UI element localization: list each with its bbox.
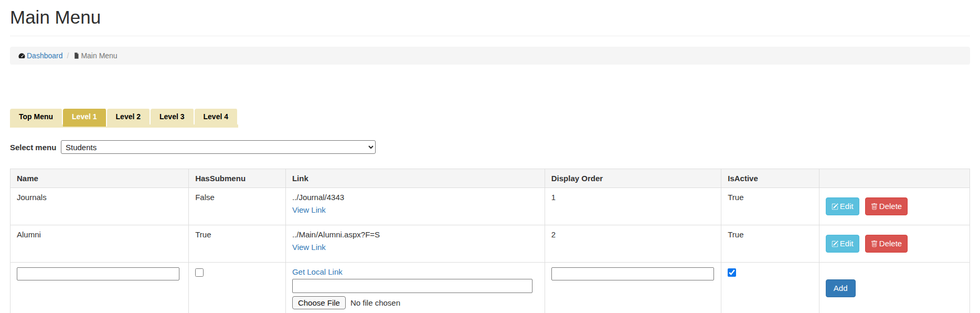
cell-display-order: 1	[545, 188, 721, 225]
table-row: Journals False ../Journal/4343 View Link…	[10, 188, 970, 225]
edit-icon	[832, 203, 838, 210]
column-header-actions	[819, 169, 970, 188]
edit-button-label: Edit	[840, 201, 854, 212]
add-display-order-input[interactable]	[551, 267, 714, 280]
view-link[interactable]: View Link	[292, 243, 326, 252]
breadcrumb: Dashboard / Main Menu	[10, 47, 970, 65]
add-hassubmenu-checkbox[interactable]	[195, 268, 204, 277]
cell-hassubmenu: False	[189, 188, 286, 225]
tab-level-2[interactable]: Level 2	[107, 109, 151, 124]
cell-name: Alumni	[10, 225, 189, 263]
add-cell-link: Get Local Link Choose File No file chose…	[285, 263, 545, 313]
select-menu-row: Select menu Students	[10, 140, 970, 154]
dashboard-icon	[18, 52, 26, 60]
cell-link: ../Journal/4343 View Link	[285, 188, 545, 225]
title-divider	[10, 36, 970, 36]
column-header-hassubmenu: HasSubmenu	[189, 169, 286, 188]
add-cell-display-order	[545, 263, 721, 313]
trash-icon	[871, 203, 878, 210]
breadcrumb-dashboard-link[interactable]: Dashboard	[18, 51, 63, 60]
cell-actions: Edit Delete	[819, 188, 970, 225]
edit-button[interactable]: Edit	[826, 235, 859, 253]
add-name-input[interactable]	[17, 267, 179, 280]
delete-button[interactable]: Delete	[865, 197, 908, 215]
breadcrumb-dashboard-label: Dashboard	[27, 51, 63, 60]
delete-button-label: Delete	[879, 201, 902, 212]
link-url: ../Main/Alumni.aspx?F=S	[292, 230, 380, 239]
delete-button[interactable]: Delete	[865, 235, 908, 253]
add-cell-name	[10, 263, 189, 313]
select-menu-label: Select menu	[10, 143, 61, 152]
add-cell-isactive	[721, 263, 819, 313]
delete-button-label: Delete	[879, 238, 902, 249]
add-cell-hassubmenu	[189, 263, 286, 313]
add-cell-actions: Add	[819, 263, 970, 313]
column-header-link: Link	[285, 169, 545, 188]
page-container: Main Menu Dashboard / Main Menu Top Menu…	[0, 6, 980, 313]
cell-hassubmenu: True	[189, 225, 286, 263]
breadcrumb-current: Main Menu	[73, 51, 117, 60]
cell-isactive: True	[721, 188, 819, 225]
cell-display-order: 2	[545, 225, 721, 263]
table-header-row: Name HasSubmenu Link Display Order IsAct…	[10, 169, 970, 188]
page-title: Main Menu	[10, 6, 970, 28]
tab-level-1[interactable]: Level 1	[63, 109, 106, 127]
breadcrumb-current-label: Main Menu	[81, 51, 117, 60]
link-url: ../Journal/4343	[292, 193, 344, 202]
cell-name: Journals	[10, 188, 189, 225]
edit-button-label: Edit	[840, 238, 854, 249]
add-row: Get Local Link Choose File No file chose…	[10, 263, 970, 313]
cell-isactive: True	[721, 225, 819, 263]
tab-level-4[interactable]: Level 4	[195, 109, 238, 124]
column-header-isactive: IsActive	[721, 169, 819, 188]
column-header-display-order: Display Order	[545, 169, 721, 188]
column-header-name: Name	[10, 169, 189, 188]
get-local-link[interactable]: Get Local Link	[292, 267, 343, 276]
breadcrumb-separator: /	[63, 51, 73, 60]
trash-icon	[871, 241, 878, 247]
add-link-input[interactable]	[292, 279, 532, 293]
menu-items-table: Name HasSubmenu Link Display Order IsAct…	[10, 169, 970, 313]
file-status-text: No file chosen	[350, 298, 400, 307]
edit-icon	[832, 241, 838, 247]
choose-file-button[interactable]: Choose File	[292, 296, 346, 309]
file-icon	[73, 52, 80, 59]
tab-level-3[interactable]: Level 3	[151, 109, 194, 124]
file-input: Choose File No file chosen	[292, 296, 538, 309]
menu-level-tabs: Top Menu Level 1 Level 2 Level 3 Level 4	[10, 109, 238, 128]
menu-select[interactable]: Students	[61, 140, 376, 154]
table-row: Alumni True ../Main/Alumni.aspx?F=S View…	[10, 225, 970, 263]
edit-button[interactable]: Edit	[826, 197, 859, 215]
view-link[interactable]: View Link	[292, 205, 326, 214]
add-button[interactable]: Add	[826, 279, 856, 297]
tab-top-menu[interactable]: Top Menu	[10, 109, 63, 124]
cell-link: ../Main/Alumni.aspx?F=S View Link	[285, 225, 545, 263]
cell-actions: Edit Delete	[819, 225, 970, 263]
add-isactive-checkbox[interactable]	[728, 268, 736, 277]
